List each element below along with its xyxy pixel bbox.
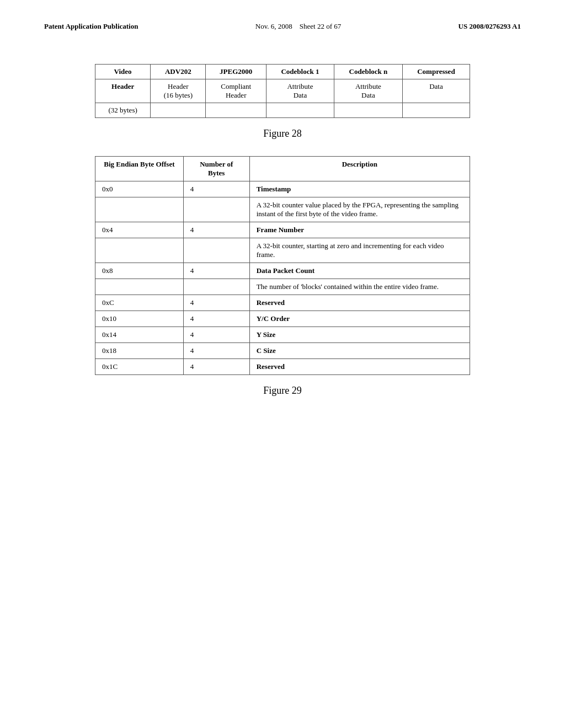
publication-title: Patent Application Publication: [44, 22, 138, 31]
table-row: 0x104Y/C Order: [95, 311, 470, 327]
figure-29-table: Big Endian Byte Offset Number ofBytes De…: [95, 156, 470, 375]
table-row: 0x84Data Packet Count: [95, 263, 470, 279]
fig28-row2-col3: [206, 103, 266, 118]
table-row-desc: The number of 'blocks' contained within …: [95, 279, 470, 295]
row-offset-4: 0x10: [95, 311, 184, 327]
page: Patent Application Publication Nov. 6, 2…: [0, 0, 565, 728]
figure-28-caption: Figure 28: [44, 128, 521, 140]
row-title-0: Timestamp: [249, 181, 470, 197]
row-bytes-6: 4: [183, 343, 249, 359]
row-bytes-3: 4: [183, 295, 249, 311]
fig28-col-video: Video: [95, 65, 151, 79]
fig28-row1-col1: Header: [95, 79, 151, 103]
fig28-row2-col1: (32 bytes): [95, 103, 151, 118]
fig28-col-codeblock1: Codeblock 1: [266, 65, 334, 79]
row-title-2: Data Packet Count: [249, 263, 470, 279]
table-row-desc: A 32-bit counter value placed by the FPG…: [95, 197, 470, 222]
row-bytes-1: 4: [183, 222, 249, 238]
table-row: 0x144Y Size: [95, 327, 470, 343]
fig28-col-codeblocken: Codeblock n: [334, 65, 402, 79]
row-offset-6: 0x18: [95, 343, 184, 359]
row-title-7: Reserved: [249, 359, 470, 375]
table-row: 0x184C Size: [95, 343, 470, 359]
row-title-4: Y/C Order: [249, 311, 470, 327]
row-desc-0-0: A 32-bit counter value placed by the FPG…: [249, 197, 470, 222]
fig29-header-desc: Description: [249, 157, 470, 181]
row-desc-2-0: The number of 'blocks' contained within …: [249, 279, 470, 295]
row-bytes-4: 4: [183, 311, 249, 327]
fig28-col-jpeg2000: JPEG2000: [206, 65, 266, 79]
row-offset-0: 0x0: [95, 181, 184, 197]
fig28-row2-col4: [266, 103, 334, 118]
row-offset-3: 0xC: [95, 295, 184, 311]
row-desc-1-0: A 32-bit counter, starting at zero and i…: [249, 238, 470, 263]
row-bytes-7: 4: [183, 359, 249, 375]
figure-29-container: Big Endian Byte Offset Number ofBytes De…: [44, 156, 521, 397]
fig28-row1-col6: Data: [402, 79, 470, 103]
fig28-row2-col5: [334, 103, 402, 118]
table-row: 0x1C4Reserved: [95, 359, 470, 375]
row-bytes-0: 4: [183, 181, 249, 197]
row-offset-2: 0x8: [95, 263, 184, 279]
fig28-row2-col6: [402, 103, 470, 118]
date: Nov. 6, 2008: [255, 22, 292, 30]
fig29-header-offset: Big Endian Byte Offset: [95, 157, 184, 181]
fig28-row2-col2: [151, 103, 206, 118]
table-row-desc: A 32-bit counter, starting at zero and i…: [95, 238, 470, 263]
patent-number: US 2008/0276293 A1: [459, 22, 521, 31]
fig28-row1-col3: CompliantHeader: [206, 79, 266, 103]
table-row: 0x44Frame Number: [95, 222, 470, 238]
row-title-3: Reserved: [249, 295, 470, 311]
row-offset-1: 0x4: [95, 222, 184, 238]
fig28-col-compressed: Compressed: [402, 65, 470, 79]
page-header: Patent Application Publication Nov. 6, 2…: [44, 22, 521, 31]
table-row: 0x04Timestamp: [95, 181, 470, 197]
fig29-header-bytes: Number ofBytes: [183, 157, 249, 181]
row-offset-5: 0x14: [95, 327, 184, 343]
row-bytes-2: 4: [183, 263, 249, 279]
figure-28-table: Video ADV202 JPEG2000 Codeblock 1 Codebl…: [95, 64, 470, 118]
row-title-6: C Size: [249, 343, 470, 359]
table-row: 0xC4Reserved: [95, 295, 470, 311]
row-offset-7: 0x1C: [95, 359, 184, 375]
row-title-5: Y Size: [249, 327, 470, 343]
fig28-row1-col5: AttributeData: [334, 79, 402, 103]
figure-28-container: Video ADV202 JPEG2000 Codeblock 1 Codebl…: [44, 64, 521, 140]
row-title-1: Frame Number: [249, 222, 470, 238]
figure-29-caption: Figure 29: [44, 385, 521, 397]
fig28-row1-col4: AttributeData: [266, 79, 334, 103]
fig28-row1-col2: Header(16 bytes): [151, 79, 206, 103]
sheet-info: Nov. 6, 2008 Sheet 22 of 67: [255, 22, 342, 31]
fig28-col-adv202: ADV202: [151, 65, 206, 79]
sheet-number: Sheet 22 of 67: [300, 22, 341, 30]
row-bytes-5: 4: [183, 327, 249, 343]
